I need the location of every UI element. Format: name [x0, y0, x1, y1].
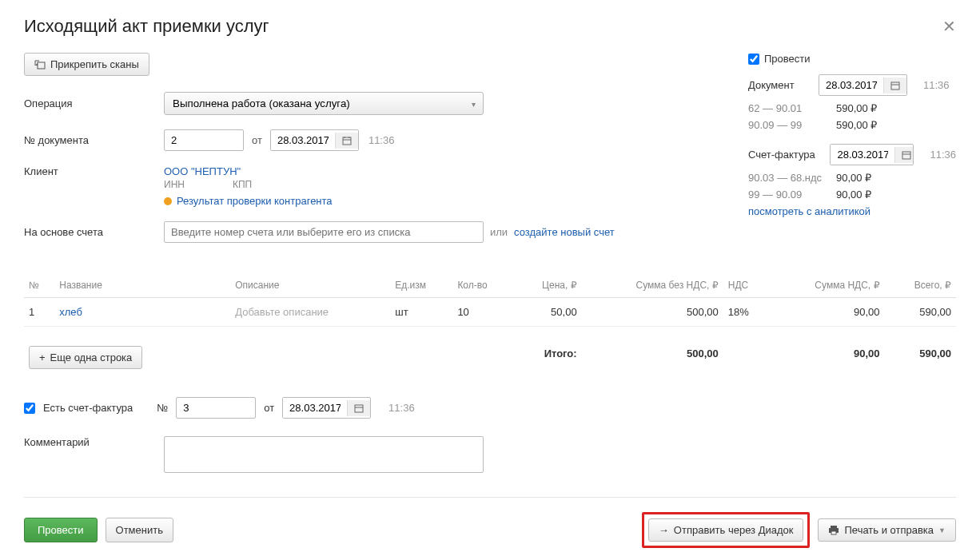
- status-dot-icon: [164, 197, 172, 205]
- right-invoice-date-field[interactable]: [831, 145, 894, 165]
- svg-rect-0: [38, 62, 45, 69]
- sf-checkbox[interactable]: [24, 403, 35, 414]
- totals-row: + Еще одна строка Итого: 500,00 90,00 59…: [24, 327, 956, 378]
- plus-icon: +: [39, 351, 46, 363]
- totals-sum-no-vat: 500,00: [582, 327, 723, 378]
- attach-scans-button[interactable]: Прикрепить сканы: [24, 53, 149, 76]
- cell-no: 1: [24, 298, 54, 327]
- arrow-right-icon: →: [659, 524, 669, 536]
- calendar-icon[interactable]: [883, 77, 906, 93]
- chevron-down-icon: ▼: [938, 526, 946, 534]
- add-row-label: Еще одна строка: [50, 351, 133, 363]
- send-diadoc-button[interactable]: → Отправить через Диадок: [648, 518, 804, 542]
- totals-vat-sum: 90,00: [770, 327, 884, 378]
- cell-qty[interactable]: 10: [452, 298, 513, 327]
- print-label: Печать и отправка: [844, 524, 934, 536]
- svg-rect-13: [831, 526, 837, 528]
- basis-label: На основе счета: [24, 226, 164, 238]
- doc-number-input[interactable]: [164, 129, 244, 151]
- comment-textarea[interactable]: [164, 436, 484, 473]
- submit-label: Провести: [38, 524, 84, 536]
- col-no: №: [24, 273, 54, 298]
- sf-date-input[interactable]: [282, 397, 371, 419]
- add-row-button[interactable]: + Еще одна строка: [29, 346, 142, 369]
- account-amount: 90,00 ₽: [836, 189, 871, 201]
- svg-rect-11: [355, 405, 363, 412]
- col-total: Всего, ₽: [885, 273, 956, 298]
- doc-number-label: № документа: [24, 134, 164, 146]
- analytics-link[interactable]: посмотреть с аналитикой: [748, 205, 870, 217]
- right-doc-time: 11:36: [923, 79, 950, 91]
- cell-price[interactable]: 50,00: [513, 298, 581, 327]
- client-label: Клиент: [24, 165, 164, 177]
- sf-number-input[interactable]: [176, 397, 256, 419]
- right-doc-label: Документ: [748, 79, 812, 91]
- item-desc-placeholder[interactable]: Добавьте описание: [235, 306, 329, 318]
- calendar-icon[interactable]: [335, 133, 358, 149]
- kpp-label: КПП: [233, 179, 252, 190]
- comment-label: Комментарий: [24, 436, 164, 448]
- doc-date-field[interactable]: [271, 130, 335, 150]
- svg-rect-3: [343, 137, 351, 145]
- cancel-button[interactable]: Отменить: [106, 518, 173, 542]
- close-button[interactable]: ✕: [942, 17, 956, 36]
- col-sum-no-vat: Сумма без НДС, ₽: [582, 273, 723, 298]
- account-line: 90.03 — 68.ндс: [748, 172, 828, 184]
- right-invoice-date[interactable]: [830, 144, 914, 165]
- account-amount: 590,00 ₽: [836, 102, 877, 114]
- col-vat: НДС: [723, 273, 770, 298]
- col-unit: Ед.изм: [390, 273, 452, 298]
- or-text: или: [490, 226, 508, 238]
- right-invoice-time: 11:36: [930, 149, 956, 161]
- col-name: Название: [54, 273, 230, 298]
- col-qty: Кол-во: [452, 273, 513, 298]
- calendar-icon[interactable]: [894, 147, 914, 163]
- cell-vat[interactable]: 18%: [723, 298, 770, 327]
- account-line: 62 — 90.01: [748, 102, 828, 114]
- submit-button[interactable]: Провести: [24, 518, 98, 542]
- account-amount: 90,00 ₽: [836, 172, 871, 184]
- printer-icon: [828, 526, 839, 535]
- svg-rect-9: [902, 152, 910, 159]
- sf-from-label: от: [264, 402, 274, 414]
- print-send-button[interactable]: Печать и отправка ▼: [818, 518, 956, 542]
- col-desc: Описание: [230, 273, 390, 298]
- operation-select[interactable]: Выполнена работа (оказана услуга): [164, 92, 484, 115]
- diadoc-label: Отправить через Диадок: [674, 524, 794, 536]
- operation-label: Операция: [24, 97, 164, 109]
- cell-unit[interactable]: шт: [390, 298, 452, 327]
- table-row[interactable]: 1 хлеб Добавьте описание шт 10 50,00 500…: [24, 298, 956, 327]
- col-price: Цена, ₽: [513, 273, 581, 298]
- page-title: Исходящий акт приемки услуг: [24, 16, 269, 37]
- totals-label: Итого:: [513, 327, 581, 378]
- create-new-invoice-link[interactable]: создайте новый счет: [514, 226, 615, 238]
- right-doc-date-field[interactable]: [819, 75, 883, 95]
- post-checkbox-label: Провести: [764, 53, 811, 65]
- right-doc-date[interactable]: [819, 74, 907, 96]
- inn-label: ИНН: [164, 179, 185, 190]
- account-amount: 590,00 ₽: [836, 119, 877, 131]
- doc-date-input[interactable]: [270, 129, 359, 151]
- svg-rect-15: [831, 531, 836, 534]
- sf-date-field[interactable]: [283, 398, 347, 418]
- client-check-link[interactable]: Результат проверки контрагента: [177, 195, 333, 207]
- totals-total: 590,00: [885, 327, 956, 378]
- cancel-label: Отменить: [116, 524, 163, 536]
- right-invoice-label: Счет-фактура: [748, 149, 823, 161]
- item-name-link[interactable]: хлеб: [59, 306, 82, 318]
- cell-sum-no-vat: 500,00: [582, 298, 723, 327]
- attach-scans-label: Прикрепить сканы: [50, 58, 139, 70]
- cell-vat-sum: 90,00: [770, 298, 884, 327]
- calendar-icon[interactable]: [347, 400, 370, 416]
- account-line: 90.09 — 99: [748, 119, 828, 131]
- col-vat-sum: Сумма НДС, ₽: [770, 273, 884, 298]
- cell-total: 590,00: [885, 298, 956, 327]
- basis-input[interactable]: [164, 221, 484, 243]
- close-icon: ✕: [942, 18, 956, 35]
- table-header-row: № Название Описание Ед.изм Кол-во Цена, …: [24, 273, 956, 298]
- sf-checkbox-label: Есть счет-фактура: [43, 402, 133, 414]
- client-name-link[interactable]: ООО "НЕПТУН": [164, 165, 333, 177]
- post-checkbox[interactable]: [748, 54, 759, 65]
- svg-rect-7: [891, 82, 899, 89]
- sf-no-label: №: [157, 402, 168, 414]
